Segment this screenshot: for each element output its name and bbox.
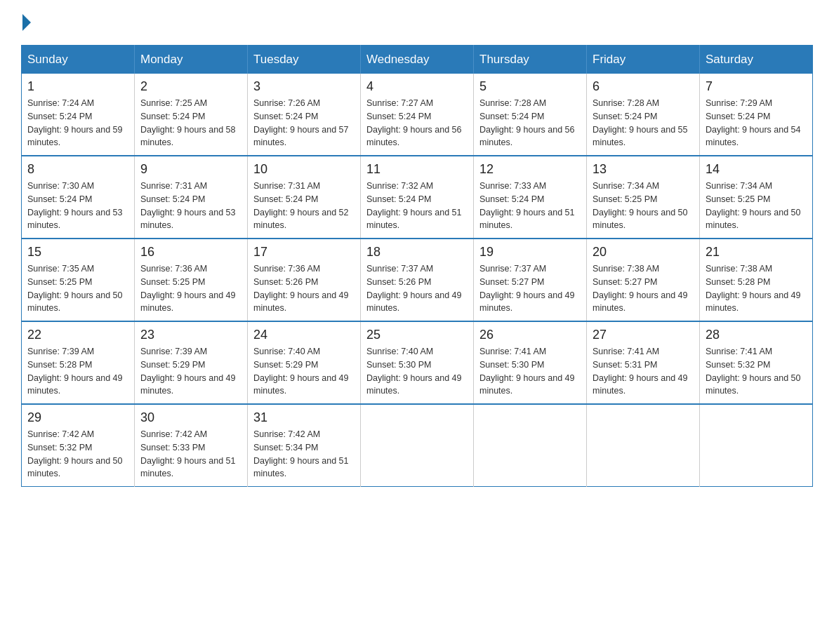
- calendar-cell: 1 Sunrise: 7:24 AM Sunset: 5:24 PM Dayli…: [22, 74, 135, 156]
- day-info: Sunrise: 7:28 AM Sunset: 5:24 PM Dayligh…: [479, 97, 581, 149]
- day-number: 3: [253, 79, 355, 94]
- day-number: 8: [27, 162, 128, 177]
- day-number: 26: [479, 328, 581, 342]
- day-number: 28: [706, 328, 807, 342]
- day-number: 1: [27, 79, 128, 94]
- day-info: Sunrise: 7:30 AM Sunset: 5:24 PM Dayligh…: [27, 180, 128, 232]
- day-info: Sunrise: 7:28 AM Sunset: 5:24 PM Dayligh…: [593, 97, 694, 149]
- calendar-cell: 9 Sunrise: 7:31 AM Sunset: 5:24 PM Dayli…: [135, 156, 248, 239]
- calendar-cell: 25 Sunrise: 7:40 AM Sunset: 5:30 PM Dayl…: [361, 321, 474, 404]
- calendar-header-friday: Friday: [587, 46, 700, 74]
- day-info: Sunrise: 7:31 AM Sunset: 5:24 PM Dayligh…: [253, 180, 355, 232]
- day-info: Sunrise: 7:42 AM Sunset: 5:33 PM Dayligh…: [140, 428, 241, 481]
- calendar-cell: 20 Sunrise: 7:38 AM Sunset: 5:27 PM Dayl…: [587, 239, 700, 321]
- day-info: Sunrise: 7:41 AM Sunset: 5:31 PM Dayligh…: [593, 345, 694, 398]
- calendar-cell: 2 Sunrise: 7:25 AM Sunset: 5:24 PM Dayli…: [135, 74, 248, 156]
- calendar-cell: 6 Sunrise: 7:28 AM Sunset: 5:24 PM Dayli…: [587, 74, 700, 156]
- calendar-cell: 18 Sunrise: 7:37 AM Sunset: 5:26 PM Dayl…: [361, 239, 474, 321]
- day-info: Sunrise: 7:25 AM Sunset: 5:24 PM Dayligh…: [140, 97, 241, 149]
- day-number: 9: [140, 162, 241, 177]
- calendar-table: SundayMondayTuesdayWednesdayThursdayFrid…: [21, 45, 813, 487]
- day-info: Sunrise: 7:39 AM Sunset: 5:28 PM Dayligh…: [27, 345, 128, 398]
- calendar-header-thursday: Thursday: [474, 46, 587, 74]
- day-number: 14: [706, 162, 807, 177]
- calendar-cell: 5 Sunrise: 7:28 AM Sunset: 5:24 PM Dayli…: [474, 74, 587, 156]
- calendar-cell: 21 Sunrise: 7:38 AM Sunset: 5:28 PM Dayl…: [700, 239, 813, 321]
- day-info: Sunrise: 7:26 AM Sunset: 5:24 PM Dayligh…: [253, 97, 355, 149]
- day-number: 20: [593, 245, 694, 260]
- day-info: Sunrise: 7:38 AM Sunset: 5:28 PM Dayligh…: [706, 262, 807, 315]
- calendar-week-row: 15 Sunrise: 7:35 AM Sunset: 5:25 PM Dayl…: [22, 239, 813, 321]
- calendar-header-tuesday: Tuesday: [248, 46, 361, 74]
- day-number: 6: [593, 79, 694, 94]
- day-number: 31: [253, 410, 355, 425]
- calendar-cell: [700, 404, 813, 487]
- calendar-cell: 12 Sunrise: 7:33 AM Sunset: 5:24 PM Dayl…: [474, 156, 587, 239]
- day-info: Sunrise: 7:29 AM Sunset: 5:24 PM Dayligh…: [706, 97, 807, 149]
- calendar-header-sunday: Sunday: [22, 46, 135, 74]
- calendar-cell: 24 Sunrise: 7:40 AM Sunset: 5:29 PM Dayl…: [248, 321, 361, 404]
- calendar-week-row: 22 Sunrise: 7:39 AM Sunset: 5:28 PM Dayl…: [22, 321, 813, 404]
- calendar-week-row: 1 Sunrise: 7:24 AM Sunset: 5:24 PM Dayli…: [22, 74, 813, 156]
- calendar-cell: 11 Sunrise: 7:32 AM Sunset: 5:24 PM Dayl…: [361, 156, 474, 239]
- calendar-week-row: 29 Sunrise: 7:42 AM Sunset: 5:32 PM Dayl…: [22, 404, 813, 487]
- calendar-cell: 14 Sunrise: 7:34 AM Sunset: 5:25 PM Dayl…: [700, 156, 813, 239]
- calendar-cell: [474, 404, 587, 487]
- day-number: 4: [366, 79, 468, 94]
- day-info: Sunrise: 7:41 AM Sunset: 5:30 PM Dayligh…: [479, 345, 581, 398]
- calendar-cell: 28 Sunrise: 7:41 AM Sunset: 5:32 PM Dayl…: [700, 321, 813, 404]
- calendar-cell: 16 Sunrise: 7:36 AM Sunset: 5:25 PM Dayl…: [135, 239, 248, 321]
- day-number: 2: [140, 79, 241, 94]
- calendar-cell: 30 Sunrise: 7:42 AM Sunset: 5:33 PM Dayl…: [135, 404, 248, 487]
- calendar-cell: 10 Sunrise: 7:31 AM Sunset: 5:24 PM Dayl…: [248, 156, 361, 239]
- day-number: 12: [479, 162, 581, 177]
- day-info: Sunrise: 7:37 AM Sunset: 5:27 PM Dayligh…: [479, 262, 581, 315]
- calendar-cell: 13 Sunrise: 7:34 AM Sunset: 5:25 PM Dayl…: [587, 156, 700, 239]
- day-number: 30: [140, 410, 241, 425]
- day-number: 18: [366, 245, 468, 260]
- calendar-header-saturday: Saturday: [700, 46, 813, 74]
- calendar-cell: 3 Sunrise: 7:26 AM Sunset: 5:24 PM Dayli…: [248, 74, 361, 156]
- calendar-cell: 23 Sunrise: 7:39 AM Sunset: 5:29 PM Dayl…: [135, 321, 248, 404]
- calendar-cell: 29 Sunrise: 7:42 AM Sunset: 5:32 PM Dayl…: [22, 404, 135, 487]
- day-info: Sunrise: 7:42 AM Sunset: 5:32 PM Dayligh…: [27, 428, 128, 481]
- day-info: Sunrise: 7:34 AM Sunset: 5:25 PM Dayligh…: [706, 180, 807, 232]
- calendar-cell: 27 Sunrise: 7:41 AM Sunset: 5:31 PM Dayl…: [587, 321, 700, 404]
- day-info: Sunrise: 7:40 AM Sunset: 5:30 PM Dayligh…: [366, 345, 468, 398]
- day-info: Sunrise: 7:24 AM Sunset: 5:24 PM Dayligh…: [27, 97, 128, 149]
- calendar-header-row: SundayMondayTuesdayWednesdayThursdayFrid…: [22, 46, 813, 74]
- day-info: Sunrise: 7:37 AM Sunset: 5:26 PM Dayligh…: [366, 262, 468, 315]
- calendar-cell: 17 Sunrise: 7:36 AM Sunset: 5:26 PM Dayl…: [248, 239, 361, 321]
- calendar-cell: 7 Sunrise: 7:29 AM Sunset: 5:24 PM Dayli…: [700, 74, 813, 156]
- day-info: Sunrise: 7:32 AM Sunset: 5:24 PM Dayligh…: [366, 180, 468, 232]
- day-info: Sunrise: 7:36 AM Sunset: 5:26 PM Dayligh…: [253, 262, 355, 315]
- day-number: 22: [27, 328, 128, 342]
- calendar-cell: 19 Sunrise: 7:37 AM Sunset: 5:27 PM Dayl…: [474, 239, 587, 321]
- day-info: Sunrise: 7:31 AM Sunset: 5:24 PM Dayligh…: [140, 180, 241, 232]
- day-info: Sunrise: 7:27 AM Sunset: 5:24 PM Dayligh…: [366, 97, 468, 149]
- day-number: 21: [706, 245, 807, 260]
- calendar-cell: 31 Sunrise: 7:42 AM Sunset: 5:34 PM Dayl…: [248, 404, 361, 487]
- day-number: 25: [366, 328, 468, 342]
- day-info: Sunrise: 7:42 AM Sunset: 5:34 PM Dayligh…: [253, 428, 355, 481]
- calendar-cell: 4 Sunrise: 7:27 AM Sunset: 5:24 PM Dayli…: [361, 74, 474, 156]
- calendar-cell: 15 Sunrise: 7:35 AM Sunset: 5:25 PM Dayl…: [22, 239, 135, 321]
- day-info: Sunrise: 7:39 AM Sunset: 5:29 PM Dayligh…: [140, 345, 241, 398]
- day-number: 13: [593, 162, 694, 177]
- calendar-cell: [587, 404, 700, 487]
- day-number: 19: [479, 245, 581, 260]
- calendar-header-wednesday: Wednesday: [361, 46, 474, 74]
- day-number: 16: [140, 245, 241, 260]
- day-number: 23: [140, 328, 241, 342]
- day-info: Sunrise: 7:33 AM Sunset: 5:24 PM Dayligh…: [479, 180, 581, 232]
- day-info: Sunrise: 7:38 AM Sunset: 5:27 PM Dayligh…: [593, 262, 694, 315]
- calendar-cell: [361, 404, 474, 487]
- logo: [21, 14, 32, 31]
- day-number: 7: [706, 79, 807, 94]
- day-number: 10: [253, 162, 355, 177]
- day-number: 15: [27, 245, 128, 260]
- day-number: 24: [253, 328, 355, 342]
- day-info: Sunrise: 7:36 AM Sunset: 5:25 PM Dayligh…: [140, 262, 241, 315]
- logo-arrow-icon: [22, 14, 31, 31]
- day-info: Sunrise: 7:40 AM Sunset: 5:29 PM Dayligh…: [253, 345, 355, 398]
